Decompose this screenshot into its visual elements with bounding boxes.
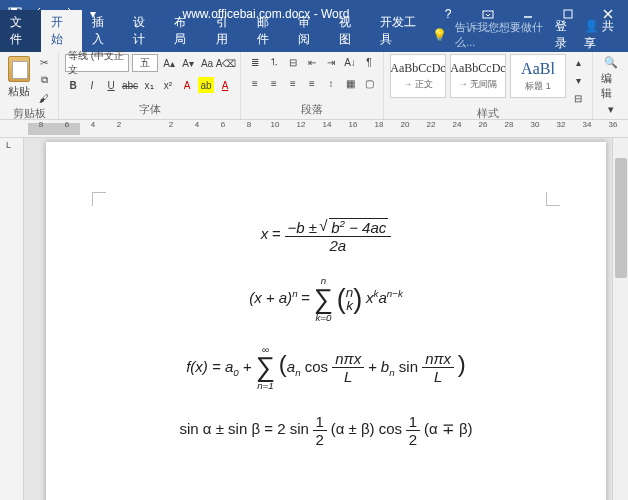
tab-mail[interactable]: 邮件 bbox=[247, 10, 288, 52]
justify-icon[interactable]: ≡ bbox=[304, 75, 320, 91]
style-name: 标题 1 bbox=[525, 80, 551, 93]
group-paragraph-label: 段落 bbox=[247, 102, 377, 119]
ruler-vertical[interactable]: L bbox=[0, 138, 24, 500]
bullets-icon[interactable]: ≣ bbox=[247, 54, 263, 70]
cut-icon[interactable]: ✂ bbox=[36, 54, 52, 70]
styles-more-icon[interactable]: ⊟ bbox=[570, 90, 586, 106]
sort-icon[interactable]: A↓ bbox=[342, 54, 358, 70]
login-link[interactable]: 登录 bbox=[555, 18, 575, 52]
paste-icon bbox=[8, 56, 30, 82]
show-marks-icon[interactable]: ¶ bbox=[361, 54, 377, 70]
format-painter-icon[interactable]: 🖌 bbox=[36, 90, 52, 106]
svg-rect-5 bbox=[564, 10, 572, 18]
group-font: 等线 (中文正文 五 A▴ A▾ Aa A⌫ B I U abc x₁ x² A… bbox=[59, 52, 241, 119]
indent-inc-icon[interactable]: ⇥ bbox=[323, 54, 339, 70]
style-sample: AaBbCcDc bbox=[390, 61, 445, 76]
align-left-icon[interactable]: ≡ bbox=[247, 75, 263, 91]
font-color-icon[interactable]: A bbox=[217, 77, 233, 93]
italic-button[interactable]: I bbox=[84, 77, 100, 93]
style-sample: AaBbCcDc bbox=[450, 61, 505, 76]
tab-layout[interactable]: 布局 bbox=[164, 10, 205, 52]
multilevel-icon[interactable]: ⊟ bbox=[285, 54, 301, 70]
style-sample: AaBl bbox=[521, 60, 555, 78]
page[interactable]: x = −b ± b2 − 4ac 2a (x + a)n = n∑k=0 (n… bbox=[46, 142, 606, 500]
equation-quadratic[interactable]: x = −b ± b2 − 4ac 2a bbox=[106, 218, 546, 254]
scrollbar-thumb[interactable] bbox=[615, 158, 627, 278]
change-case-icon[interactable]: Aa bbox=[199, 55, 215, 71]
eq-lhs: x bbox=[261, 225, 269, 242]
borders-icon[interactable]: ▢ bbox=[361, 75, 377, 91]
edit-label: 编辑 bbox=[601, 71, 620, 101]
edit-button[interactable]: 🔍 编辑 ▾ bbox=[599, 54, 622, 118]
superscript-button[interactable]: x² bbox=[160, 77, 176, 93]
paste-label: 粘贴 bbox=[8, 84, 30, 99]
strike-button[interactable]: abc bbox=[122, 77, 138, 93]
clear-format-icon[interactable]: A⌫ bbox=[218, 55, 234, 71]
numbering-icon[interactable]: ⒈ bbox=[266, 54, 282, 70]
equation-fourier[interactable]: f(x) = a0 + ∞∑n=1 (an cos nπxL + bn sin … bbox=[106, 345, 546, 392]
group-font-label: 字体 bbox=[65, 102, 234, 119]
equation-trig[interactable]: sin α ± sin β = 2 sin 12 (α ± β) cos 12 … bbox=[106, 413, 546, 448]
tab-start[interactable]: 开始 bbox=[41, 10, 82, 52]
group-edit: 🔍 编辑 ▾ bbox=[593, 52, 628, 119]
group-styles: AaBbCcDc → 正文 AaBbCcDc → 无间隔 AaBl 标题 1 ▴… bbox=[384, 52, 593, 119]
shading-icon[interactable]: ▦ bbox=[342, 75, 358, 91]
copy-icon[interactable]: ⧉ bbox=[36, 72, 52, 88]
indent-dec-icon[interactable]: ⇤ bbox=[304, 54, 320, 70]
workspace: L x = −b ± b2 − 4ac 2a (x + a)n = n∑k=0 … bbox=[0, 138, 628, 500]
tab-design[interactable]: 设计 bbox=[123, 10, 164, 52]
highlight-icon[interactable]: ab bbox=[198, 77, 214, 93]
ruler-horizontal[interactable]: 8642246810121416182022242628303234363840… bbox=[0, 120, 628, 138]
style-nospacing[interactable]: AaBbCcDc → 无间隔 bbox=[450, 54, 506, 98]
style-normal[interactable]: AaBbCcDc → 正文 bbox=[390, 54, 446, 98]
align-right-icon[interactable]: ≡ bbox=[285, 75, 301, 91]
tab-insert[interactable]: 插入 bbox=[82, 10, 123, 52]
margin-corner-tr bbox=[546, 192, 560, 206]
font-name-input[interactable]: 等线 (中文正文 bbox=[65, 54, 129, 72]
styles-up-icon[interactable]: ▴ bbox=[570, 54, 586, 70]
group-clipboard: 粘贴 ✂ ⧉ 🖌 剪贴板 bbox=[0, 52, 59, 119]
equation-binomial[interactable]: (x + a)n = n∑k=0 (nk) xkan−k bbox=[106, 276, 546, 323]
scrollbar-vertical[interactable] bbox=[612, 138, 628, 500]
bold-button[interactable]: B bbox=[65, 77, 81, 93]
underline-button[interactable]: U bbox=[103, 77, 119, 93]
subscript-button[interactable]: x₁ bbox=[141, 77, 157, 93]
tell-me-input[interactable]: 告诉我您想要做什么... bbox=[455, 20, 547, 50]
share-button[interactable]: 👤 共享 bbox=[584, 18, 620, 52]
document-area[interactable]: x = −b ± b2 − 4ac 2a (x + a)n = n∑k=0 (n… bbox=[24, 138, 628, 500]
tell-me-icon: 💡 bbox=[432, 28, 447, 42]
tab-dev[interactable]: 开发工具 bbox=[370, 10, 432, 52]
font-size-input[interactable]: 五 bbox=[132, 54, 158, 72]
paste-button[interactable]: 粘贴 bbox=[6, 54, 32, 101]
style-heading1[interactable]: AaBl 标题 1 bbox=[510, 54, 566, 98]
style-name: → 正文 bbox=[403, 78, 433, 91]
svg-rect-3 bbox=[483, 11, 493, 18]
style-name: → 无间隔 bbox=[459, 78, 498, 91]
ribbon: 粘贴 ✂ ⧉ 🖌 剪贴板 等线 (中文正文 五 A▴ A▾ Aa A⌫ B I bbox=[0, 52, 628, 120]
grow-font-icon[interactable]: A▴ bbox=[161, 55, 177, 71]
find-icon: 🔍 bbox=[604, 56, 618, 69]
tab-reference[interactable]: 引用 bbox=[206, 10, 247, 52]
margin-corner-tl bbox=[92, 192, 106, 206]
tab-view[interactable]: 视图 bbox=[329, 10, 370, 52]
shrink-font-icon[interactable]: A▾ bbox=[180, 55, 196, 71]
tab-review[interactable]: 审阅 bbox=[288, 10, 329, 52]
group-paragraph: ≣ ⒈ ⊟ ⇤ ⇥ A↓ ¶ ≡ ≡ ≡ ≡ ↕ ▦ ▢ 段落 bbox=[241, 52, 384, 119]
line-spacing-icon[interactable]: ↕ bbox=[323, 75, 339, 91]
tab-file[interactable]: 文件 bbox=[0, 10, 41, 52]
styles-down-icon[interactable]: ▾ bbox=[570, 72, 586, 88]
text-effect-icon[interactable]: A bbox=[179, 77, 195, 93]
align-center-icon[interactable]: ≡ bbox=[266, 75, 282, 91]
ruler-corner: L bbox=[6, 140, 11, 150]
